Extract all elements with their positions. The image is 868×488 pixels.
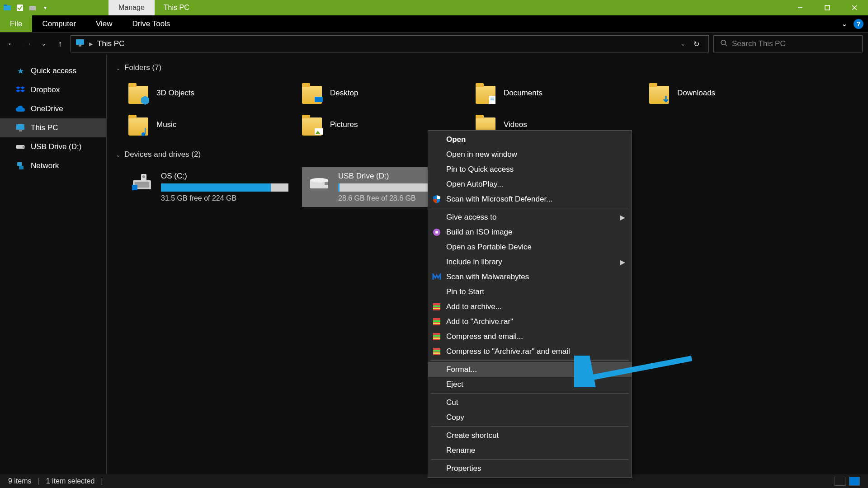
details-view-button[interactable] (835, 477, 845, 486)
context-menu-item[interactable]: Open in new window (428, 147, 632, 162)
help-icon[interactable]: ? (854, 19, 863, 29)
recent-locations-button[interactable]: ⌄ (38, 38, 50, 50)
context-menu-item[interactable]: Open AutoPlay... (428, 177, 632, 192)
folder-icon (475, 82, 496, 104)
chevron-right-icon: ▶ (620, 258, 625, 266)
context-menu-item[interactable]: Properties (428, 461, 632, 476)
dropbox-icon (15, 85, 25, 95)
context-menu-item[interactable]: Cut (428, 395, 632, 410)
new-folder-qat-icon[interactable] (28, 3, 37, 12)
tiles-view-button[interactable] (849, 477, 860, 486)
back-button[interactable]: ← (5, 38, 17, 50)
context-menu-item[interactable]: Add to archive... (428, 299, 632, 314)
svg-rect-39 (433, 308, 440, 309)
network-icon (15, 161, 25, 171)
context-menu-item[interactable]: Compress and email... (428, 329, 632, 344)
context-menu-item[interactable]: Open as Portable Device (428, 239, 632, 254)
context-menu-label: Scan with Malwarebytes (446, 272, 529, 282)
sidebar-item-this-pc[interactable]: This PC (0, 118, 106, 137)
svg-rect-48 (433, 352, 440, 354)
up-button[interactable]: ↑ (54, 38, 66, 50)
svg-line-11 (725, 44, 727, 46)
drive-icon (129, 172, 155, 192)
properties-qat-icon[interactable] (15, 3, 24, 12)
context-menu-label: Eject (446, 380, 463, 389)
context-menu-label: Open as Portable Device (446, 243, 532, 252)
context-menu-label: Open (446, 135, 466, 144)
drive-icon (307, 172, 332, 192)
sidebar-item-network[interactable]: Network (0, 156, 106, 175)
context-menu-item[interactable]: Pin to Quick access (428, 162, 632, 177)
context-menu-label: Compress and email... (446, 332, 523, 341)
context-menu-label: Compress to "Archive.rar" and email (446, 347, 570, 356)
context-menu-item[interactable]: Include in library▶ (428, 254, 632, 269)
view-tab[interactable]: View (86, 15, 123, 32)
maximize-button[interactable] (814, 0, 841, 15)
context-menu-item[interactable]: Create shortcut (428, 428, 632, 443)
qat-dropdown-icon[interactable]: ▼ (41, 3, 50, 12)
sidebar-item-quick-access[interactable]: ★ Quick access (0, 61, 106, 80)
context-menu-item[interactable]: Give access to▶ (428, 210, 632, 225)
context-menu-item[interactable]: Rename (428, 443, 632, 458)
svg-point-33 (310, 178, 328, 183)
folder-item[interactable]: Downloads (646, 80, 817, 107)
sidebar-item-onedrive[interactable]: OneDrive (0, 99, 106, 118)
context-menu-item[interactable]: Scan with Microsoft Defender... (428, 192, 632, 206)
context-menu-separator (431, 393, 629, 394)
svg-rect-38 (433, 305, 440, 307)
context-menu-item[interactable]: Copy (428, 410, 632, 425)
computer-tab[interactable]: Computer (32, 15, 86, 32)
collapse-ribbon-icon[interactable]: ⌄ (841, 19, 847, 28)
folder-item[interactable]: Desktop (298, 80, 470, 107)
folder-label: Downloads (677, 89, 715, 98)
folder-label: Desktop (330, 89, 358, 98)
refresh-icon[interactable]: ↻ (693, 40, 699, 48)
folder-item[interactable]: Documents (472, 80, 644, 107)
folders-section-header[interactable]: ⌄ Folders (7) (116, 61, 859, 75)
address-bar[interactable]: ▶ This PC ⌄ ↻ (71, 35, 709, 52)
search-icon (720, 39, 727, 49)
drive-name: OS (C:) (161, 172, 288, 181)
context-menu-item[interactable]: Pin to Start (428, 284, 632, 299)
chevron-down-icon: ⌄ (116, 151, 121, 158)
sidebar-item-label: This PC (31, 123, 58, 132)
sidebar-item-label: Quick access (31, 66, 76, 75)
context-menu-item[interactable]: Add to "Archive.rar" (428, 314, 632, 329)
svg-rect-45 (433, 338, 440, 339)
sidebar-item-usb-drive[interactable]: USB Drive (D:) (0, 137, 106, 156)
address-dropdown-icon[interactable]: ⌄ (681, 41, 685, 47)
forward-button[interactable]: → (22, 38, 33, 50)
file-tab[interactable]: File (0, 15, 32, 32)
context-menu-item[interactable]: Open (428, 132, 632, 147)
quick-access-toolbar: ▼ (0, 0, 50, 15)
sidebar-item-dropbox[interactable]: Dropbox (0, 80, 106, 99)
window-title: This PC (155, 0, 198, 15)
context-menu-item[interactable]: Scan with Malwarebytes (428, 269, 632, 284)
breadcrumb-location[interactable]: This PC (97, 39, 124, 48)
this-pc-icon (75, 39, 85, 49)
minimize-button[interactable] (787, 0, 814, 15)
sidebar-item-label: OneDrive (31, 104, 63, 113)
close-button[interactable] (841, 0, 868, 15)
folder-label: Music (156, 120, 176, 129)
manage-tab[interactable]: Manage (108, 0, 155, 15)
sidebar-item-label: Network (31, 161, 59, 170)
search-box[interactable]: Search This PC (713, 35, 863, 52)
titlebar: ▼ Manage This PC (0, 0, 868, 15)
context-menu-label: Create shortcut (446, 431, 499, 440)
breadcrumb-separator-icon[interactable]: ▶ (89, 41, 93, 47)
folder-item[interactable]: Music (125, 111, 297, 138)
context-menu-label: Format... (446, 365, 477, 374)
drive-tools-tab[interactable]: Drive Tools (123, 15, 180, 32)
folder-label: Videos (504, 120, 527, 129)
context-menu-label: Add to "Archive.rar" (446, 317, 513, 326)
folder-item[interactable]: 3D Objects (125, 80, 297, 107)
context-menu-label: Copy (446, 413, 464, 422)
folder-icon (127, 82, 149, 104)
context-menu-label: Properties (446, 464, 481, 473)
status-separator: | (38, 477, 40, 485)
svg-rect-12 (16, 124, 24, 130)
annotation-arrow (574, 356, 696, 389)
drive-item[interactable]: OS (C:) 31.5 GB free of 224 GB (125, 167, 293, 207)
context-menu-item[interactable]: Build an ISO image (428, 225, 632, 239)
